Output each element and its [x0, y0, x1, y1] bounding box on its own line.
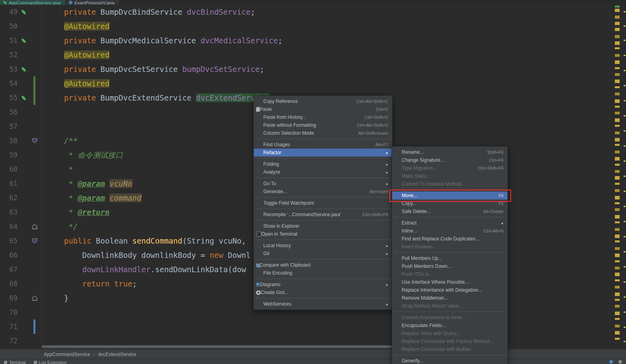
code-line[interactable]: @Autowired	[42, 19, 614, 33]
stripe-mark-warning[interactable]	[615, 164, 620, 166]
stripe-mark-warning[interactable]	[615, 279, 620, 281]
menu-item-file-encoding[interactable]: File Encoding	[254, 269, 392, 277]
code-line[interactable]: private BumpDvcMedicalService dvcMedical…	[42, 33, 614, 48]
line-number[interactable]: 65	[0, 237, 17, 245]
menu-item-git[interactable]: Git▸	[254, 250, 392, 258]
line-number[interactable]: 63	[0, 208, 17, 216]
stripe-mark-warning[interactable]	[615, 273, 620, 276]
stripe-mark-warning[interactable]	[615, 73, 620, 76]
stripe-mark-warning[interactable]	[615, 189, 620, 192]
stripe-mark-warning[interactable]	[615, 325, 620, 327]
stripe-edge-mark[interactable]	[624, 161, 626, 162]
menu-item-convert-to-instance-method[interactable]: Convert To Instance Method...	[392, 180, 507, 188]
stripe-mark-warning[interactable]	[615, 47, 620, 49]
line-number[interactable]: 57	[0, 122, 17, 130]
line-number[interactable]: 60	[0, 165, 17, 173]
stripe-mark-warning[interactable]	[615, 9, 620, 12]
menu-item-wrap-method-return-value[interactable]: Wrap Method Return Value...	[392, 302, 507, 310]
menu-item-extract[interactable]: Extract▸	[392, 219, 507, 227]
line-number[interactable]: 64	[0, 223, 17, 230]
menu-item-replace-inheritance-with-delegation[interactable]: Replace Inheritance with Delegation...	[392, 286, 507, 294]
stripe-edge-mark[interactable]	[624, 25, 626, 27]
stripe-edge-mark[interactable]	[624, 55, 626, 56]
stripe-edge-mark[interactable]	[624, 85, 626, 86]
menu-item-refactor[interactable]: Refactor▸	[254, 149, 392, 157]
stripe-mark-warning[interactable]	[615, 267, 620, 269]
stripe-edge-mark[interactable]	[624, 221, 626, 222]
menu-item-push-members-down[interactable]: Push Members Down...	[392, 262, 507, 270]
stripe-mark-warning[interactable]	[615, 15, 620, 19]
stripe-edge-mark[interactable]	[624, 145, 626, 147]
code-line[interactable]: private BumpDvcBindService dvcBindServic…	[42, 5, 614, 19]
breadcrumb-item-dvcextendservice[interactable]: dvcExtendService	[98, 352, 136, 357]
menu-item-rename[interactable]: Rename...Shift+F6	[392, 148, 507, 156]
menu-item-recompile-commandservice-java[interactable]: Recompile '...CommandService.java'Ctrl+S…	[254, 211, 392, 219]
stripe-edge-mark[interactable]	[624, 70, 626, 71]
stripe-mark-warning[interactable]	[615, 215, 620, 219]
stripe-mark-warning[interactable]	[615, 79, 620, 83]
menu-item-use-interface-where-possible[interactable]: Use Interface Where Possible...	[392, 278, 507, 286]
menu-item-local-history[interactable]: Local History▸	[254, 242, 392, 250]
menu-item-show-in-explorer[interactable]: Show in Explorer	[254, 222, 392, 230]
menu-item-analyze[interactable]: Analyze▸	[254, 168, 392, 176]
menu-item-toggle-field-watchpoint[interactable]: Toggle Field Watchpoint	[254, 199, 392, 207]
stripe-mark-warning[interactable]	[615, 286, 620, 288]
editor-tab-examprocessiv-java[interactable]: ExamProcessIV.java	[66, 0, 119, 5]
stripe-mark-warning[interactable]	[615, 60, 620, 64]
menu-item-pull-members-up[interactable]: Pull Members Up...	[392, 254, 507, 262]
stripe-edge-mark[interactable]	[624, 236, 626, 237]
stripe-mark-warning[interactable]	[615, 67, 620, 69]
stripe-mark-green[interactable]	[615, 6, 620, 8]
toolwindow-button-log-extension[interactable]: Log Extension	[34, 360, 67, 364]
fold-marker-icon[interactable]	[32, 224, 37, 229]
stripe-mark-warning[interactable]	[615, 22, 620, 25]
line-number[interactable]: 50	[0, 22, 17, 30]
stripe-edge-mark[interactable]	[624, 296, 626, 298]
horizontal-scrollbar[interactable]	[42, 345, 392, 348]
stripe-edge-mark[interactable]	[624, 191, 626, 192]
line-number[interactable]: 61	[0, 180, 17, 188]
line-number[interactable]: 70	[0, 308, 17, 316]
stripe-mark-warning[interactable]	[615, 157, 620, 161]
menu-item-type-migration[interactable]: Type Migration...Ctrl+Shift+F6	[392, 164, 507, 172]
stripe-mark-warning[interactable]	[615, 234, 620, 238]
spring-bean-icon[interactable]	[21, 96, 26, 100]
menu-item-paste-from-history[interactable]: Paste from History...Ctrl+Shift+V	[254, 113, 392, 121]
menu-item-folding[interactable]: Folding▸	[254, 160, 392, 168]
stripe-edge-mark[interactable]	[624, 40, 626, 41]
stripe-mark-warning[interactable]	[615, 331, 620, 335]
stripe-mark-warning[interactable]	[615, 86, 620, 88]
stripe-edge-mark[interactable]	[624, 266, 626, 267]
menu-item-copy[interactable]: Copy...F5	[392, 199, 507, 207]
menu-item-copy-reference[interactable]: Copy ReferenceCtrl+Alt+Shift+C	[254, 97, 392, 105]
stripe-mark-warning[interactable]	[615, 292, 620, 296]
stripe-edge-mark[interactable]	[624, 281, 626, 283]
line-number[interactable]: 66	[0, 251, 17, 259]
line-number[interactable]: 71	[0, 323, 17, 331]
code-line[interactable]: @Autowired	[42, 48, 614, 62]
background-tasks-icon[interactable]	[609, 360, 613, 364]
stripe-edge-mark[interactable]	[624, 130, 626, 132]
stripe-mark-warning[interactable]	[615, 221, 620, 223]
menu-item-paste-without-formatting[interactable]: Paste without FormattingCtrl+Alt+Shift+V	[254, 121, 392, 129]
line-number[interactable]: 69	[0, 294, 17, 302]
stripe-mark-warning[interactable]	[615, 254, 620, 257]
stripe-mark-warning[interactable]	[615, 260, 620, 262]
menu-item-go-to[interactable]: Go To▸	[254, 180, 392, 188]
editor-tab-appcommandservice-java[interactable]: AppCommandService.java	[0, 0, 66, 5]
code-line[interactable]: @Autowired	[42, 76, 614, 91]
line-number[interactable]: 54	[0, 79, 17, 87]
stripe-edge-mark[interactable]	[624, 312, 626, 313]
menu-item-encapsulate-fields[interactable]: Encapsulate Fields...	[392, 321, 507, 329]
menu-item-generate[interactable]: Generate...Alt+Insert	[254, 188, 392, 196]
fold-marker-icon[interactable]	[32, 138, 37, 143]
stripe-mark-warning[interactable]	[615, 318, 620, 320]
stripe-edge-mark[interactable]	[624, 176, 626, 177]
line-number[interactable]: 55	[0, 94, 17, 102]
stripe-mark-warning[interactable]	[615, 138, 620, 141]
stripe-edge-mark[interactable]	[624, 115, 626, 116]
line-number[interactable]: 51	[0, 37, 17, 45]
line-number[interactable]: 56	[0, 108, 17, 116]
stripe-edge-mark[interactable]	[624, 100, 626, 101]
stripe-mark-warning[interactable]	[615, 112, 620, 114]
